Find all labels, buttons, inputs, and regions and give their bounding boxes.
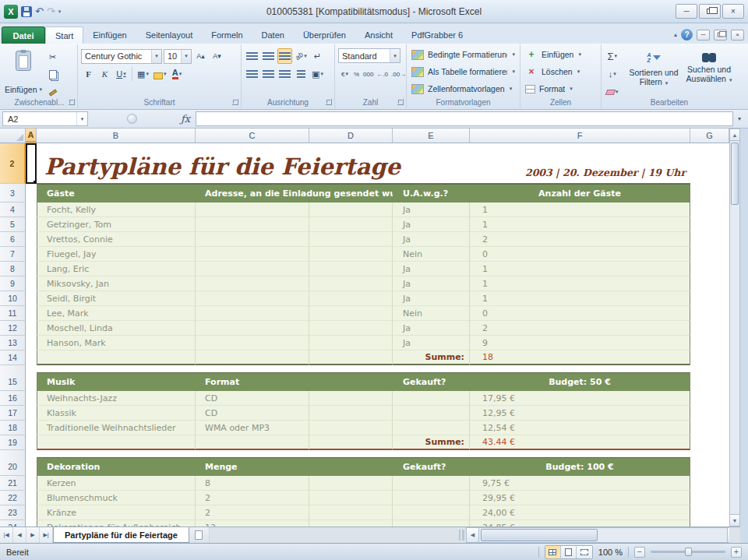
- cell[interactable]: [26, 276, 37, 291]
- tab-scroll-last-button[interactable]: ▶|: [40, 527, 53, 543]
- cell[interactable]: Ja: [393, 203, 470, 217]
- workbook-close-button[interactable]: ×: [731, 30, 744, 41]
- cell[interactable]: Nein: [393, 247, 470, 262]
- cell[interactable]: [26, 406, 37, 421]
- clipboard-dialog-launcher-icon[interactable]: [69, 99, 75, 105]
- cell[interactable]: [690, 391, 729, 406]
- cell[interactable]: [309, 336, 393, 350]
- insert-cells-button[interactable]: + Einfügen ▾: [524, 46, 598, 63]
- column-header-D[interactable]: D: [309, 129, 393, 143]
- font-family-combo[interactable]: Century Gothic ▾: [81, 49, 162, 64]
- scroll-left-icon[interactable]: ◀: [467, 528, 479, 542]
- cell[interactable]: [309, 421, 393, 435]
- cell[interactable]: [690, 350, 729, 365]
- cell[interactable]: Menge: [196, 457, 393, 476]
- column-header-C[interactable]: C: [196, 129, 309, 143]
- fill-button[interactable]: ↓▾: [605, 66, 620, 82]
- minimize-button[interactable]: ─: [676, 4, 697, 19]
- zoom-slider-thumb[interactable]: [685, 548, 692, 556]
- cell[interactable]: [690, 143, 729, 184]
- cell[interactable]: [26, 203, 37, 217]
- align-bottom-button[interactable]: [277, 48, 292, 64]
- cell[interactable]: [309, 505, 393, 520]
- cell[interactable]: [309, 435, 393, 450]
- cell[interactable]: [309, 276, 393, 291]
- cell[interactable]: [26, 391, 37, 406]
- cell[interactable]: Blumenschmuck: [37, 491, 196, 505]
- file-tab[interactable]: Datei: [2, 26, 45, 44]
- chevron-down-icon[interactable]: ▾: [390, 49, 400, 62]
- thousands-format-button[interactable]: 000: [362, 66, 375, 82]
- cell[interactable]: 2003 | 20. Dezember | 19 Uhr: [470, 143, 690, 184]
- conditional-formatting-button[interactable]: Bedingte Formatierung ▾: [410, 46, 517, 63]
- cell[interactable]: [26, 336, 37, 350]
- cell[interactable]: U.A.w.g.?: [393, 184, 470, 203]
- cell[interactable]: WMA oder MP3: [196, 421, 309, 435]
- column-header-B[interactable]: B: [37, 129, 196, 143]
- cell[interactable]: [690, 457, 729, 476]
- cell[interactable]: [196, 321, 309, 336]
- row-header[interactable]: 2: [0, 143, 26, 184]
- cell[interactable]: [196, 291, 309, 306]
- view-page-break-button[interactable]: [577, 546, 592, 558]
- column-header-G[interactable]: G: [690, 129, 729, 143]
- zoom-out-button[interactable]: −: [634, 547, 645, 558]
- cell[interactable]: Seidl, Birgit: [37, 291, 196, 306]
- cell[interactable]: 43.44 €: [470, 435, 690, 450]
- cell[interactable]: Gekauft?: [393, 372, 470, 391]
- select-all-corner[interactable]: [0, 129, 26, 143]
- cell[interactable]: Budget: 100 €: [470, 457, 690, 476]
- close-button[interactable]: ×: [722, 4, 744, 19]
- excel-logo-icon[interactable]: X: [4, 5, 18, 19]
- cell[interactable]: 12: [196, 520, 309, 527]
- sort-filter-button[interactable]: AZ Sortieren und Filtern ▾: [626, 47, 681, 95]
- cell[interactable]: Weihnachts-Jazz: [37, 391, 196, 406]
- cell[interactable]: Budget: 50 €: [470, 372, 690, 391]
- cell[interactable]: [309, 491, 393, 505]
- cut-button[interactable]: ✂: [45, 49, 60, 65]
- cell[interactable]: [26, 476, 37, 491]
- borders-button[interactable]: ▦▾: [136, 66, 150, 82]
- cell[interactable]: [309, 391, 393, 406]
- cell[interactable]: Getzinger, Tom: [37, 217, 196, 232]
- cell[interactable]: [26, 217, 37, 232]
- cell[interactable]: Lang, Eric: [37, 262, 196, 276]
- cell[interactable]: [309, 520, 393, 527]
- expand-formula-bar-icon[interactable]: ▾: [733, 115, 746, 122]
- cell[interactable]: 8: [196, 476, 309, 491]
- cell[interactable]: [26, 372, 37, 391]
- align-center-button[interactable]: [261, 66, 276, 82]
- view-page-layout-button[interactable]: [561, 546, 577, 558]
- cell[interactable]: [393, 143, 470, 184]
- cell[interactable]: Focht, Kelly: [37, 203, 196, 217]
- cell[interactable]: [690, 217, 729, 232]
- cell[interactable]: [309, 217, 393, 232]
- cell[interactable]: [690, 232, 729, 247]
- font-color-button[interactable]: A▾: [170, 66, 185, 82]
- number-dialog-launcher-icon[interactable]: [397, 99, 404, 105]
- cell[interactable]: [690, 421, 729, 435]
- cell[interactable]: 1: [470, 276, 690, 291]
- cell[interactable]: 1: [470, 217, 690, 232]
- cell[interactable]: [309, 350, 393, 365]
- cell[interactable]: Moschell, Linda: [37, 321, 196, 336]
- cell[interactable]: Ja: [393, 336, 470, 350]
- cell[interactable]: [393, 406, 470, 421]
- h-scrollbar[interactable]: ◀ ▶: [466, 527, 740, 543]
- add-sheet-button[interactable]: [189, 527, 210, 543]
- cell[interactable]: [26, 306, 37, 321]
- cell[interactable]: [393, 505, 470, 520]
- cell[interactable]: Vrettos, Connie: [37, 232, 196, 247]
- cell[interactable]: 24,00 €: [470, 505, 690, 520]
- cell[interactable]: 1: [470, 291, 690, 306]
- cell[interactable]: Lee, Mark: [37, 306, 196, 321]
- shrink-font-button[interactable]: A▾: [210, 48, 224, 64]
- cell[interactable]: [309, 406, 393, 421]
- cell[interactable]: 2: [470, 232, 690, 247]
- cell[interactable]: Ja: [393, 291, 470, 306]
- cell[interactable]: [26, 184, 37, 203]
- cell[interactable]: [690, 276, 729, 291]
- cell[interactable]: 1: [470, 203, 690, 217]
- paste-button[interactable]: Einfügen▾: [5, 48, 41, 97]
- bold-button[interactable]: F: [81, 66, 96, 82]
